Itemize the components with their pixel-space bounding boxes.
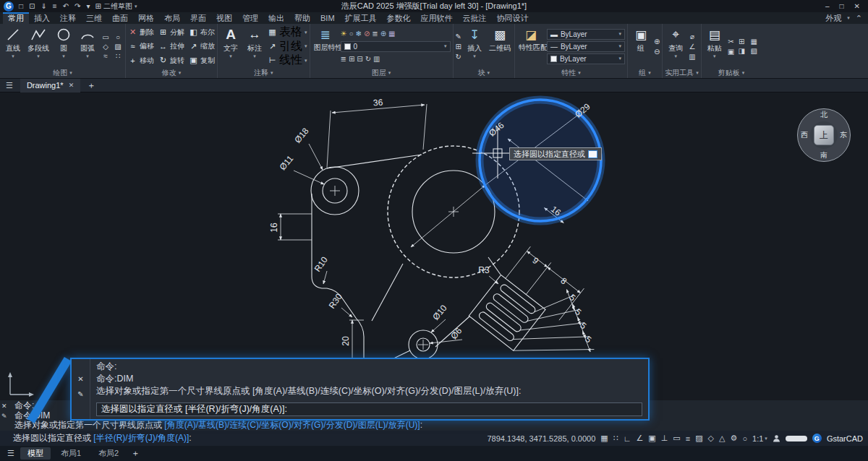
layer-walk-icon[interactable]: ▦ [388, 30, 395, 38]
floating-command-window[interactable]: ✕ ✎ 命令: 命令:DIM 选择对象或指定第一个尺寸界线原点或 [角度(A)/… [70, 358, 650, 421]
tab-apps[interactable]: 应用软件 [416, 12, 458, 24]
id-point-icon[interactable]: ▥ [689, 53, 695, 61]
group-button[interactable]: ▣ 组 [630, 25, 652, 68]
grid-toggle-icon[interactable]: ▦ [600, 434, 608, 443]
qat-more-icon[interactable]: ▾ [86, 2, 90, 10]
drawing-canvas[interactable]: 36 Ø18 Ø11 Ø29 Ø46 16 16 R10 R30 R3 9 8 … [0, 92, 868, 402]
tab-help[interactable]: 帮助 [289, 12, 315, 24]
app-logo-icon[interactable]: G [4, 1, 14, 12]
tab-insert[interactable]: 插入 [29, 12, 55, 24]
tab-layout1[interactable]: 布局1 [54, 447, 88, 460]
osnap-toggle-icon[interactable]: ▣ [648, 434, 655, 443]
text-button[interactable]: A 文字▾ [220, 25, 242, 68]
close-tab-icon[interactable]: ✕ [69, 82, 75, 89]
match-properties-button[interactable]: ◪ 特性匹配 [517, 25, 545, 68]
tab-surface[interactable]: 曲面 [107, 12, 133, 24]
ribbon-collapse-icon[interactable]: ⌃ [856, 14, 862, 23]
view-compass[interactable]: 北 南 西 东 上 [796, 107, 852, 163]
move-button[interactable]: +移动 [128, 54, 154, 66]
tab-bim[interactable]: BIM [315, 12, 340, 24]
edit-command-icon[interactable]: ✎ [77, 390, 83, 398]
circle-button[interactable]: 圆▾ [53, 25, 75, 68]
cut-icon[interactable]: ✂ [728, 38, 734, 46]
transparency-toggle-icon[interactable]: ▨ [695, 434, 702, 443]
user-icon[interactable] [773, 434, 780, 442]
tab-mesh[interactable]: 网格 [133, 12, 159, 24]
paste-special-icon[interactable]: ⊞ [736, 38, 746, 46]
table-button[interactable]: ▦表格▾ [268, 26, 307, 38]
ungroup-icon[interactable]: ⊕ [654, 38, 660, 46]
rotate-button[interactable]: ↻旋转 [158, 54, 184, 66]
layer-lock-icon[interactable]: ⊘ [364, 30, 370, 38]
minimize-button[interactable]: – [825, 2, 830, 10]
group-edit-icon[interactable]: ⊖ [654, 48, 660, 56]
layer-properties-button[interactable]: ≣ 图层特性 [312, 25, 339, 68]
layer-on-icon[interactable]: ☀ [341, 30, 347, 38]
tab-view[interactable]: 视图 [211, 12, 237, 24]
copy-clip-icon[interactable]: ▣ [728, 48, 734, 56]
layer-isolate-icon[interactable]: ≣ [372, 30, 378, 38]
polyline-button[interactable]: 多段线▾ [26, 25, 51, 68]
close-command-icon[interactable]: ✕ [1, 402, 7, 410]
layout-menu-icon[interactable]: ☰ [4, 449, 17, 458]
document-tab[interactable]: Drawing1* ✕ [20, 79, 80, 92]
linear-dim-button[interactable]: ⊢线性▾ [268, 54, 307, 66]
arc-button[interactable]: 圆弧▾ [77, 25, 98, 68]
tab-interface[interactable]: 界面 [185, 12, 211, 24]
measure-diameter-icon[interactable]: ⌀ [689, 33, 695, 40]
compass-south[interactable]: 南 [820, 150, 827, 160]
dyn-input-toggle-icon[interactable]: ▭ [673, 434, 680, 443]
sync-attribute-icon[interactable]: ↻ [456, 53, 461, 61]
offset-button[interactable]: ≈偏移 [128, 40, 154, 53]
maximize-button[interactable]: □ [840, 2, 844, 10]
ortho-toggle-icon[interactable]: ∟ [624, 434, 631, 443]
erase-button[interactable]: ✕删除 [128, 26, 154, 38]
color-dropdown[interactable]: ▬ ByLayer ▾ [547, 29, 625, 40]
command-prompt-line[interactable]: 选择圆以指定直径或 [半径(R)/折弯(J)/角度(A)]: [0, 432, 487, 444]
dynamic-input-field[interactable] [588, 150, 597, 158]
measure-angle-icon[interactable]: ∠ [689, 43, 695, 51]
layer-restore-icon[interactable]: ↻ [365, 55, 371, 63]
print-icon[interactable]: ≡ [53, 2, 57, 10]
panel-label-block[interactable]: 块▾ [456, 68, 512, 78]
hatch-tool-icon[interactable]: ▨ [113, 43, 123, 51]
linetype-dropdown[interactable]: ― ByLayer ▾ [547, 41, 625, 52]
copy-base-icon[interactable]: ◨ [736, 47, 746, 55]
tab-express-tools[interactable]: 扩展工具 [340, 12, 382, 24]
insert-block-button[interactable]: ↧ 插入▾ [464, 25, 485, 68]
qrcode-button[interactable]: ▩ 二维码 [488, 25, 512, 68]
polygon-tool-icon[interactable]: ◇ [101, 43, 111, 51]
panel-label-group[interactable]: 组▾ [630, 68, 660, 78]
open-file-icon[interactable]: ⊡ [29, 2, 35, 10]
redo-icon[interactable]: ↷ [75, 2, 80, 10]
tab-parametric[interactable]: 参数化 [382, 12, 416, 24]
tab-layout[interactable]: 布局 [159, 12, 185, 24]
layer-state-icon[interactable]: ≣ [341, 55, 346, 63]
compass-east[interactable]: 东 [840, 130, 847, 140]
workspace-switcher[interactable]: ⊞ 二维草图 ▾ [95, 1, 137, 12]
tab-home[interactable]: 常用 [3, 12, 29, 24]
compass-north[interactable]: 北 [820, 110, 827, 120]
leader-button[interactable]: ↗引线▾ [268, 40, 307, 53]
layer-prev-icon[interactable]: ▥ [373, 55, 380, 63]
paste-orig-icon[interactable]: ▧ [749, 47, 759, 55]
layer-freeze-icon[interactable]: ❄ [356, 30, 362, 38]
stretch-button[interactable]: ↔拉伸 [158, 40, 184, 53]
dimension-button[interactable]: ↔ 标注▾ [244, 25, 265, 68]
undo-icon[interactable]: ↶ [63, 2, 69, 10]
point-tool-icon[interactable]: ∷ [113, 52, 123, 60]
edit-command-icon[interactable]: ✎ [1, 413, 7, 420]
rectangle-tool-icon[interactable]: ▭ [101, 33, 111, 41]
panel-label-utilities[interactable]: 实用工具▾ [665, 68, 699, 78]
lineweight-toggle-icon[interactable]: ≡ [686, 434, 690, 443]
layer-merge-icon[interactable]: ⊞ [349, 55, 354, 63]
tab-annotate[interactable]: 注释 [55, 12, 81, 24]
tab-model[interactable]: 模型 [20, 447, 51, 460]
tab-collaboration[interactable]: 协同设计 [492, 12, 534, 24]
isolate-objects-icon[interactable]: ○ [742, 434, 747, 443]
scale-button[interactable]: ↗缩放 [189, 40, 215, 53]
add-layout-button[interactable]: ＋ [129, 447, 142, 460]
inquiry-button[interactable]: ⌖ 查询▾ [665, 25, 686, 68]
layer-off-icon[interactable]: ○ [349, 30, 353, 38]
panel-label-clipboard[interactable]: 剪贴板▾ [704, 68, 759, 78]
